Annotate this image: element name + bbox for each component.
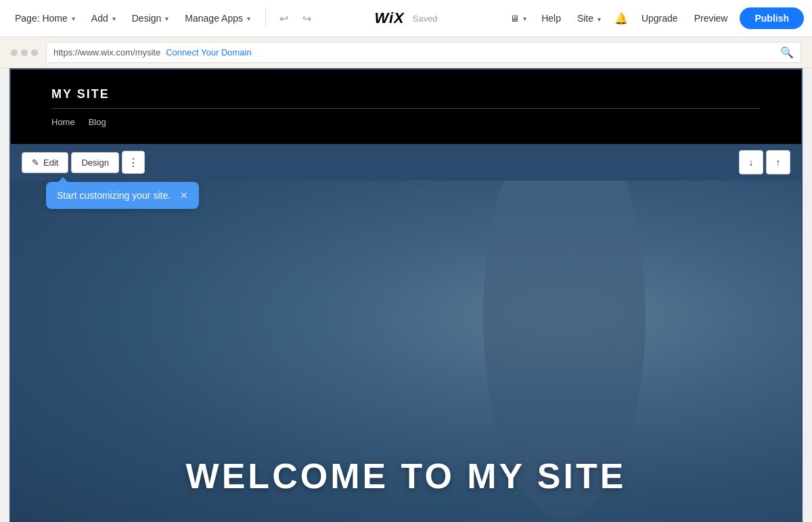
url-text: https://www.wix.com/mysite <box>53 47 160 57</box>
browser-chrome: https://www.wix.com/mysite Connect Your … <box>0 37 812 68</box>
edit-btn-group: ✎ Edit Design ⋮ <box>22 151 145 174</box>
more-options-button[interactable]: ⋮ <box>122 151 145 174</box>
url-bar[interactable]: https://www.wix.com/mysite Connect Your … <box>46 42 801 63</box>
preview-button[interactable]: Preview <box>687 9 735 28</box>
nav-blog-link[interactable]: Blog <box>89 117 106 127</box>
hero-title: WELCOME TO MY SITE <box>186 456 627 496</box>
move-down-icon: ↓ <box>749 157 754 168</box>
move-down-button[interactable]: ↓ <box>739 150 763 174</box>
edit-toolbar: ✎ Edit Design ⋮ ↓ ↑ Start customizing yo… <box>11 144 801 181</box>
browser-dot-3 <box>31 49 38 56</box>
pencil-icon: ✎ <box>32 158 39 168</box>
site-header: MY SITE Home Blog <box>11 70 801 144</box>
design-dropdown[interactable]: Design ▾ <box>125 9 176 28</box>
site-nav: Home Blog <box>51 117 761 127</box>
manage-apps-label: Manage Apps <box>185 13 243 24</box>
add-chevron-icon: ▾ <box>112 15 116 22</box>
page-chevron-icon: ▾ <box>72 15 75 22</box>
wix-logo: WiX <box>374 9 404 27</box>
saved-status: Saved <box>413 14 438 24</box>
tooltip-close-button[interactable]: ✕ <box>180 190 188 201</box>
search-icon[interactable]: 🔍 <box>780 46 794 59</box>
notifications-button[interactable]: 🔔 <box>610 7 632 29</box>
device-button[interactable]: 🖥 ▾ <box>505 9 532 28</box>
design-label: Design <box>132 13 162 24</box>
more-icon: ⋮ <box>128 156 139 169</box>
device-chevron-icon: ▾ <box>523 15 526 22</box>
move-buttons-group: ↓ ↑ <box>739 150 790 174</box>
browser-dot-2 <box>21 49 28 56</box>
undo-button[interactable]: ↩ <box>274 8 294 28</box>
design-button[interactable]: Design <box>71 152 118 173</box>
add-dropdown[interactable]: Add ▾ <box>85 9 122 28</box>
toolbar-right-group: 🖥 ▾ Help Site ▾ 🔔 Upgrade Preview Publis… <box>505 7 804 29</box>
nav-home-link[interactable]: Home <box>51 117 75 127</box>
edit-label: Edit <box>43 158 58 168</box>
device-icon: 🖥 <box>510 14 519 24</box>
edit-button[interactable]: ✎ Edit <box>22 152 68 173</box>
connect-domain-link[interactable]: Connect Your Domain <box>166 47 251 57</box>
help-button[interactable]: Help <box>535 9 568 28</box>
site-chevron-icon: ▾ <box>597 16 601 23</box>
customize-tooltip: Start customizing your site. ✕ <box>46 182 199 209</box>
tooltip-text: Start customizing your site. <box>57 190 171 201</box>
hero-section: WELCOME TO MY SITE <box>11 181 801 522</box>
toolbar-center-group: WiX Saved <box>374 9 437 27</box>
upgrade-button[interactable]: Upgrade <box>635 9 685 28</box>
move-up-button[interactable]: ↑ <box>766 150 790 174</box>
undo-redo-group: ↩ ↪ <box>274 8 317 28</box>
toolbar-left-group: Page: Home ▾ Add ▾ Design ▾ Manage Apps … <box>8 8 317 28</box>
design-label: Design <box>81 158 108 168</box>
canvas-area: MY SITE Home Blog ✎ Edit Design ⋮ ↓ ↑ <box>9 68 803 522</box>
add-label: Add <box>91 13 108 24</box>
publish-button[interactable]: Publish <box>740 7 804 29</box>
manage-apps-chevron-icon: ▾ <box>247 15 250 22</box>
design-chevron-icon: ▾ <box>165 15 168 22</box>
top-toolbar: Page: Home ▾ Add ▾ Design ▾ Manage Apps … <box>0 0 812 37</box>
site-title: MY SITE <box>51 87 761 101</box>
move-up-icon: ↑ <box>776 157 781 168</box>
toolbar-divider <box>265 9 266 28</box>
page-dropdown-label: Page: Home <box>15 13 68 24</box>
browser-dot-1 <box>11 49 18 56</box>
site-label: Site <box>577 13 593 24</box>
browser-dots <box>11 49 38 56</box>
site-button[interactable]: Site ▾ <box>570 9 608 28</box>
redo-button[interactable]: ↪ <box>297 8 317 28</box>
manage-apps-dropdown[interactable]: Manage Apps ▾ <box>178 9 257 28</box>
page-dropdown[interactable]: Page: Home ▾ <box>8 9 82 28</box>
site-nav-divider <box>51 108 761 109</box>
